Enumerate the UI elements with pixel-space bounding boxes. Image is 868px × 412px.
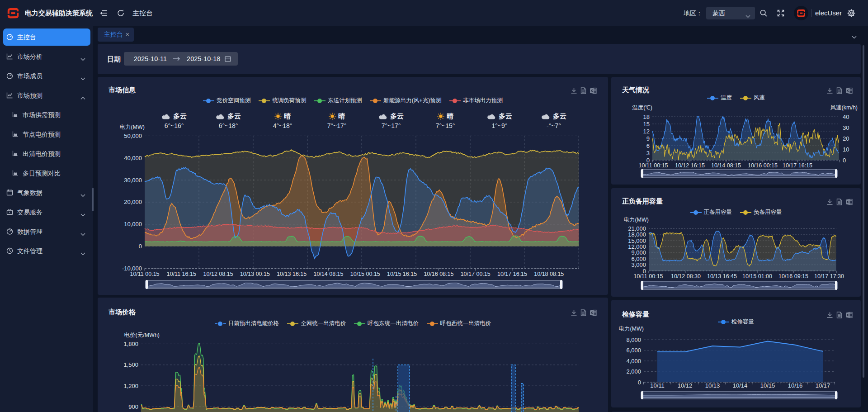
svg-text:6,000: 6,000 [631,256,646,262]
svg-text:10/11: 10/11 [650,382,665,389]
svg-text:40: 40 [843,114,849,120]
svg-text:10/16 00:15: 10/16 00:15 [748,162,778,169]
svg-text:10/12 08:30: 10/12 08:30 [671,273,701,279]
svg-text:10/14 08:15: 10/14 08:15 [313,271,343,277]
svg-text:10/16: 10/16 [788,382,803,389]
svg-text:0: 0 [638,379,641,386]
svg-text:风速(km/h): 风速(km/h) [830,104,858,111]
svg-text:10/15 16:15: 10/15 16:15 [387,271,417,277]
svg-text:10/18 08:15: 10/18 08:15 [534,271,564,277]
svg-text:10/12: 10/12 [678,382,693,389]
svg-text:0: 0 [139,243,142,250]
svg-text:10/13: 10/13 [705,382,720,389]
svg-text:20: 20 [843,135,849,142]
svg-text:电力(MW): 电力(MW) [119,124,145,130]
svg-text:900: 900 [128,403,138,410]
svg-text:10/13 16:15: 10/13 16:15 [277,271,307,277]
svg-text:1,200: 1,200 [123,383,138,389]
svg-text:12: 12 [643,128,650,135]
svg-text:电价(元/MWh): 电价(元/MWh) [124,332,160,338]
svg-text:20,000: 20,000 [124,199,142,205]
svg-text:10/11 00:15: 10/11 00:15 [638,162,668,169]
svg-text:10/17 16:15: 10/17 16:15 [783,162,812,169]
svg-text:15: 15 [643,121,650,128]
svg-text:3: 3 [646,150,650,156]
svg-text:10/17 17:30: 10/17 17:30 [814,273,844,279]
svg-text:10/16 08:15: 10/16 08:15 [424,271,453,277]
svg-text:15,000: 15,000 [628,237,646,244]
svg-text:10/11 00:15: 10/11 00:15 [130,271,159,277]
svg-text:10/13 00:15: 10/13 00:15 [240,271,270,277]
svg-text:电力(MW): 电力(MW) [618,326,644,332]
svg-text:电力(MW): 电力(MW) [623,217,649,223]
svg-text:10/12 08:15: 10/12 08:15 [203,271,233,277]
svg-text:10/11 16:15: 10/11 16:15 [167,271,196,277]
svg-text:1,800: 1,800 [123,341,138,347]
svg-text:8,000: 8,000 [626,336,641,343]
svg-text:50,000: 50,000 [124,133,142,139]
svg-text:10/17 00:15: 10/17 00:15 [461,271,491,277]
svg-text:6,000: 6,000 [626,347,641,354]
svg-text:10/13 16:45: 10/13 16:45 [707,273,737,279]
svg-text:40,000: 40,000 [124,155,142,161]
svg-text:12,000: 12,000 [628,243,646,250]
svg-text:9: 9 [646,135,650,142]
svg-text:10/15: 10/15 [760,382,775,389]
svg-text:21,000: 21,000 [628,225,646,232]
svg-text:10/17 16:15: 10/17 16:15 [497,271,527,277]
svg-text:4,000: 4,000 [626,358,641,365]
svg-text:6: 6 [646,142,650,149]
svg-text:30,000: 30,000 [124,177,142,184]
svg-text:10/17: 10/17 [816,382,830,389]
svg-text:18: 18 [643,114,650,120]
svg-text:30: 30 [843,124,849,131]
svg-text:10,000: 10,000 [124,221,142,227]
svg-text:10/11 00:15: 10/11 00:15 [633,273,663,279]
svg-text:10/15 01:00: 10/15 01:00 [742,273,772,279]
svg-text:10/15 00:15: 10/15 00:15 [350,271,380,277]
svg-text:1,500: 1,500 [123,361,138,368]
svg-text:10/14 08:15: 10/14 08:15 [711,162,741,169]
svg-text:10/16 09:15: 10/16 09:15 [778,273,808,279]
svg-text:0: 0 [843,157,846,164]
svg-text:2,000: 2,000 [626,368,641,375]
svg-text:温度(℃): 温度(℃) [632,104,652,111]
svg-text:10/14: 10/14 [733,382,748,389]
svg-text:10/12 16:15: 10/12 16:15 [675,162,705,169]
svg-text:3,000: 3,000 [631,261,646,268]
svg-text:18,000: 18,000 [628,231,646,238]
svg-text:9,000: 9,000 [631,249,646,256]
svg-text:10: 10 [843,146,849,153]
